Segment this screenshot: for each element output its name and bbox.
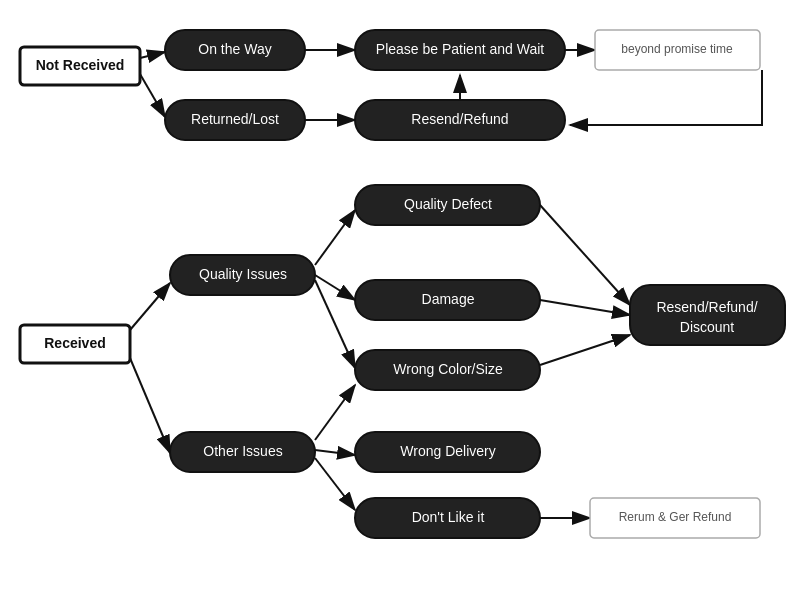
arrow-other-dontlike: [315, 458, 355, 510]
resend-refund-top-label: Resend/Refund: [411, 111, 508, 127]
arrow-received-quality: [130, 283, 170, 330]
arrow-not-received-ontheway: [140, 52, 165, 58]
received-label: Received: [44, 335, 105, 351]
arrow-beyond-resendrefund: [570, 70, 762, 125]
not-received-label: Not Received: [36, 57, 125, 73]
arrow-quality-damage: [315, 275, 355, 300]
wrong-color-label: Wrong Color/Size: [393, 361, 503, 377]
return-refund-label: Rerum & Ger Refund: [619, 510, 732, 524]
arrow-damage-resend: [540, 300, 630, 315]
arrow-not-received-returnedlost: [140, 74, 165, 117]
arrow-received-other: [130, 358, 170, 453]
arrow-other-wrongdelivery: [315, 450, 355, 455]
quality-defect-label: Quality Defect: [404, 196, 492, 212]
on-the-way-label: On the Way: [198, 41, 271, 57]
quality-issues-label: Quality Issues: [199, 266, 287, 282]
damage-label: Damage: [422, 291, 475, 307]
arrow-other-wrongcolor: [315, 385, 355, 440]
arrow-quality-wrongcolor: [315, 280, 355, 368]
arrow-defect-resend: [540, 205, 630, 305]
returned-lost-label: Returned/Lost: [191, 111, 279, 127]
beyond-promise-label: beyond promise time: [621, 42, 733, 56]
arrow-quality-defect: [315, 210, 355, 265]
resend-refund-discount-box: [630, 285, 785, 345]
other-issues-label: Other Issues: [203, 443, 282, 459]
dont-like-label: Don't Like it: [412, 509, 485, 525]
wrong-delivery-label: Wrong Delivery: [400, 443, 495, 459]
arrow-wrongcolor-resend: [540, 335, 630, 365]
resend-refund-discount-label: Resend/Refund/: [656, 299, 757, 315]
resend-refund-discount-label2: Discount: [680, 319, 735, 335]
please-wait-label: Please be Patient and Wait: [376, 41, 544, 57]
